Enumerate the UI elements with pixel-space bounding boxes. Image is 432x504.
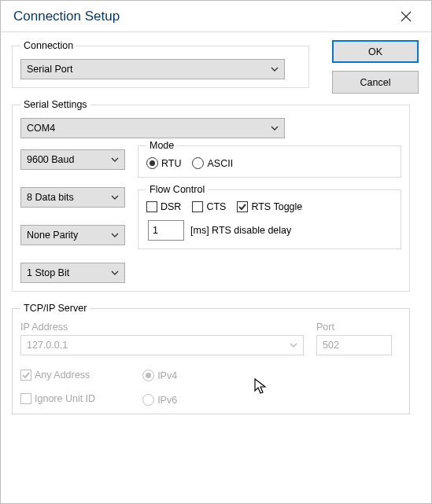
radio-icon (142, 394, 154, 406)
titlebar: Connection Setup (1, 1, 431, 32)
radio-icon (142, 370, 154, 381)
checkbox-icon (146, 201, 157, 212)
mode-rtu-radio[interactable]: RTU (146, 157, 181, 169)
rts-delay-input[interactable] (148, 220, 184, 241)
dsr-checkbox[interactable]: DSR (146, 201, 181, 212)
ipv6-radio: IPv6 (142, 394, 177, 406)
rts-toggle-label: RTS Toggle (251, 201, 302, 212)
connection-legend: Connection (20, 40, 76, 51)
parity-value: None Parity (27, 230, 78, 241)
serial-port-value: COM4 (27, 123, 55, 134)
checkbox-icon (192, 201, 203, 212)
rts-delay-label: [ms] RTS disable delay (190, 225, 291, 236)
ip-address-combo: 127.0.0.1 (20, 335, 304, 355)
ipv4-label: IPv4 (157, 370, 177, 381)
serial-settings-legend: Serial Settings (20, 99, 90, 110)
radio-icon (146, 157, 158, 169)
ip-address-value: 127.0.0.1 (27, 340, 68, 351)
chevron-down-icon (271, 67, 279, 72)
any-address-label: Any Address (35, 370, 90, 381)
chevron-down-icon (271, 126, 279, 131)
window-title: Connection Setup (13, 9, 120, 24)
stop-bits-select[interactable]: 1 Stop Bit (20, 263, 125, 283)
parity-select[interactable]: None Parity (20, 225, 125, 245)
checkbox-icon (237, 201, 248, 212)
flow-control-legend: Flow Control (146, 184, 208, 195)
serial-settings-group: Serial Settings COM4 9600 Baud 8 Data bi… (12, 99, 410, 292)
cancel-button[interactable]: Cancel (332, 71, 419, 94)
stop-bits-value: 1 Stop Bit (27, 267, 69, 278)
rts-toggle-checkbox[interactable]: RTS Toggle (237, 201, 302, 212)
flow-control-group: Flow Control DSR CTS RTS Toggle (138, 184, 401, 249)
data-bits-value: 8 Data bits (27, 192, 74, 203)
tcp-server-group: TCP/IP Server IP Address 127.0.0.1 Port … (12, 303, 410, 414)
any-address-checkbox: Any Address (20, 370, 95, 381)
port-label: Port (316, 322, 392, 333)
cts-label: CTS (206, 201, 226, 212)
port-value: 502 (323, 340, 339, 351)
port-input: 502 (316, 335, 392, 355)
close-button[interactable] (390, 5, 422, 28)
baud-select[interactable]: 9600 Baud (20, 149, 125, 170)
chevron-down-icon (111, 233, 119, 237)
ip-address-label: IP Address (20, 322, 304, 333)
chevron-down-icon (111, 270, 119, 275)
mode-legend: Mode (146, 140, 177, 151)
mode-ascii-label: ASCII (207, 158, 233, 169)
ok-button[interactable]: OK (332, 40, 419, 63)
ignore-unit-label: Ignore Unit ID (35, 393, 95, 404)
baud-value: 9600 Baud (27, 154, 74, 165)
connection-type-select[interactable]: Serial Port (20, 59, 285, 79)
dsr-label: DSR (161, 201, 181, 212)
connection-group: Connection Serial Port (12, 40, 309, 88)
serial-port-select[interactable]: COM4 (20, 118, 285, 138)
ipv6-label: IPv6 (157, 395, 177, 406)
chevron-down-icon (111, 195, 119, 200)
mode-rtu-label: RTU (161, 158, 181, 169)
data-bits-select[interactable]: 8 Data bits (20, 187, 125, 208)
close-icon (401, 11, 412, 22)
chevron-down-icon (111, 157, 119, 162)
checkbox-icon (20, 393, 31, 404)
mode-group: Mode RTU ASCII (138, 140, 401, 178)
connection-type-value: Serial Port (27, 64, 72, 75)
chevron-down-icon (290, 343, 297, 348)
tcp-server-legend: TCP/IP Server (20, 303, 90, 314)
ignore-unit-checkbox: Ignore Unit ID (20, 393, 95, 404)
checkbox-icon (20, 370, 31, 381)
ipv4-radio: IPv4 (142, 370, 177, 381)
mode-ascii-radio[interactable]: ASCII (192, 157, 233, 169)
radio-icon (192, 157, 204, 169)
cts-checkbox[interactable]: CTS (192, 201, 226, 212)
